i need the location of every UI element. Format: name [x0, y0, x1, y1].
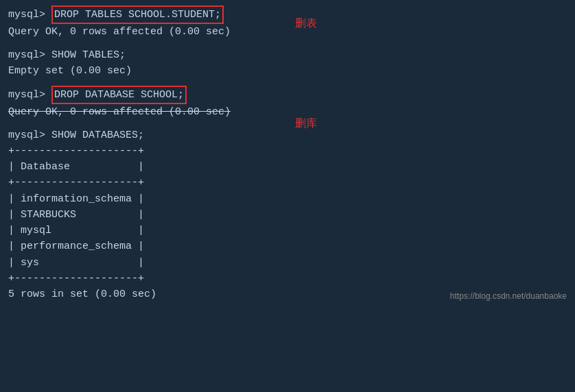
command-drop-tables: DROP TABLES SCHOOL.STUDENT; — [51, 5, 224, 24]
line-drop-database: mysql> DROP DATABASE SCHOOL; — [8, 86, 567, 104]
line-query-ok-1: Query OK, 0 rows affected (0.00 sec) — [8, 24, 567, 40]
table-row-sys: | sys | — [8, 255, 567, 271]
table-border-top: +--------------------+ — [8, 143, 567, 159]
output-empty-set: Empty set (0.00 sec) — [8, 63, 132, 79]
command-show-databases: SHOW DATABASES; — [51, 127, 144, 143]
output-rows-in-set: 5 rows in set (0.00 sec) — [8, 286, 156, 302]
empty-1 — [8, 40, 567, 47]
line-query-ok-2: Query OK, 0 rows affected (0.00 sec) — [8, 104, 567, 120]
empty-2 — [8, 79, 567, 86]
line-show-databases: mysql> SHOW DATABASES; — [8, 127, 567, 143]
table-header: | Database | — [8, 159, 567, 175]
terminal-window: mysql> DROP TABLES SCHOOL.STUDENT; Query… — [0, 0, 575, 308]
table-border-bottom: +--------------------+ — [8, 271, 567, 286]
output-query-ok-1: Query OK, 0 rows affected (0.00 sec) — [8, 24, 231, 40]
command-drop-database: DROP DATABASE SCHOOL; — [51, 86, 187, 104]
empty-3 — [8, 121, 567, 127]
table-row-mysql: | mysql | — [8, 223, 567, 238]
line-empty-set: Empty set (0.00 sec) — [8, 63, 567, 79]
output-query-ok-2: Query OK, 0 rows affected (0.00 sec) — [8, 104, 231, 120]
annotation-delete-table: 删表 — [295, 15, 317, 32]
line-show-tables: mysql> SHOW TABLES; — [8, 47, 567, 63]
command-show-tables: SHOW TABLES; — [51, 47, 126, 63]
table-row-perf-schema: | performance_schema | — [8, 238, 567, 254]
table-row-info-schema: | information_schema | — [8, 191, 567, 207]
prompt-3: mysql> — [8, 87, 51, 103]
watermark: https://blog.csdn.net/duanbaoke — [450, 290, 567, 303]
table-border-mid: +--------------------+ — [8, 175, 567, 191]
annotation-delete-db: 删库 — [295, 115, 317, 132]
line-drop-tables: mysql> DROP TABLES SCHOOL.STUDENT; — [8, 5, 567, 24]
prompt-1: mysql> — [8, 7, 51, 23]
table-row-starbucks: | STARBUCKS | — [8, 207, 567, 223]
prompt-4: mysql> — [8, 127, 51, 143]
prompt-2: mysql> — [8, 47, 51, 63]
